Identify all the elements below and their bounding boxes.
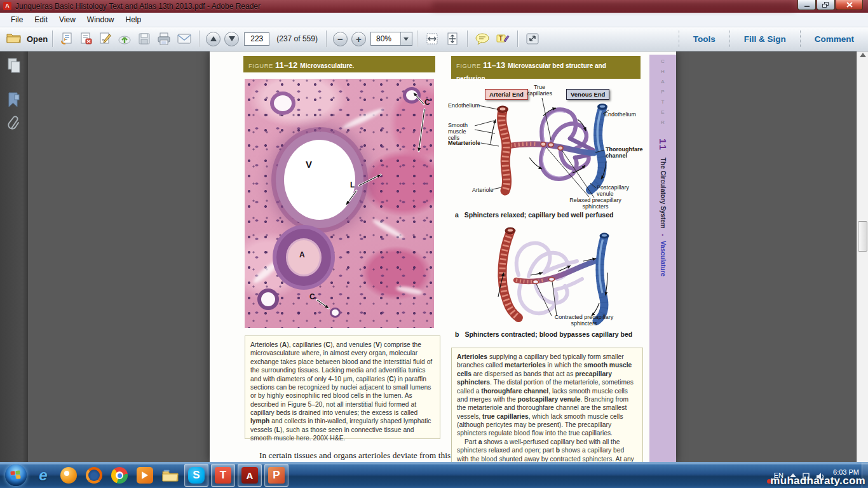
restore-button[interactable] [817, 0, 835, 10]
chapter-subtitle: Vasculature [660, 241, 667, 276]
caption-text: Arterioles (A), capillaries (C), and ven… [250, 341, 435, 443]
page-count-label: (237 of 559) [276, 34, 318, 43]
arteriole-label: Arteriole [472, 187, 494, 193]
internet-explorer-icon[interactable]: e [32, 464, 55, 486]
chapter-number: 11 [658, 139, 668, 151]
menu-help[interactable]: Help [120, 14, 147, 25]
zoom-out-icon[interactable]: − [333, 32, 348, 46]
arterial-end-label: Arterial End [485, 89, 528, 100]
vertical-scrollbar[interactable] [857, 51, 868, 463]
true-capillaries-label: True capillaries [524, 84, 555, 97]
endothelium-left-label: Endothelium [448, 102, 480, 109]
toolbar: Open (237 of 559) − + 80% T Tools Fill &… [0, 27, 868, 51]
fit-page-icon[interactable] [445, 32, 460, 46]
bookmarks-icon[interactable] [6, 92, 22, 112]
fullscreen-icon[interactable] [525, 32, 540, 46]
page-thumbnails-icon[interactable] [6, 57, 22, 76]
fit-width-icon[interactable] [424, 32, 440, 46]
caption-text: Part a shows a well-perfused capillary b… [457, 438, 637, 463]
caption-text: Sphincters contracted; blood bypasses ca… [465, 330, 632, 338]
page-number-input[interactable] [244, 32, 269, 46]
print-icon[interactable] [156, 32, 172, 46]
menu-window[interactable]: Window [81, 14, 120, 25]
thoroughfare-channel-label: Thoroughfare channel [606, 146, 641, 159]
redacted-overlay [432, 2, 794, 10]
attachments-icon[interactable] [6, 114, 22, 135]
figure-11-13-header: FIGURE11–13Microvascular bed structure a… [451, 56, 641, 79]
title-bar: A Junqueiras Basic Histology Text and At… [0, 0, 868, 13]
body-paragraph: In certain tissues and organs arterioles… [259, 451, 451, 461]
venous-end-label: Venous End [566, 89, 609, 100]
skype-icon[interactable]: S [184, 464, 208, 487]
t-app-icon[interactable]: T [211, 464, 235, 487]
comment-bubble-icon[interactable] [475, 32, 490, 45]
figure-11-12-header: FIGURE11–12Microvasculature. [243, 56, 435, 72]
export-pdf-icon[interactable] [79, 32, 93, 46]
powerpoint-icon[interactable]: P [264, 464, 288, 487]
menu-view[interactable]: View [53, 14, 81, 25]
scrollbar-thumb[interactable] [858, 221, 867, 252]
caption-letter: a [455, 211, 459, 219]
chapter-tab: CHAPTER 11 The Circulatory System ▪ Vasc… [649, 55, 676, 463]
smooth-muscle-cells-label: Smooth muscle cells [448, 122, 477, 141]
taskbar: e S T A P EN 6:03 PM muhadharaty.com [0, 462, 868, 488]
diagram-b: Contracted precapillary sphincters [470, 222, 632, 330]
micrograph: V L A C C [245, 79, 434, 328]
open-button[interactable]: Open [6, 32, 48, 46]
close-button[interactable] [836, 0, 863, 10]
email-icon[interactable] [177, 32, 192, 45]
media-player-icon[interactable] [133, 464, 156, 486]
caption-letter: b [455, 330, 459, 338]
figure-11-13-caption: Arterioles supplying a capillary bed typ… [451, 348, 643, 463]
menu-bar: File Edit View Window Help [0, 13, 868, 27]
firefox-icon[interactable] [83, 464, 105, 486]
page-up-icon[interactable] [206, 32, 220, 46]
chevron-down-icon[interactable] [400, 32, 412, 45]
figure-11-12-caption: Arterioles (A), capillaries (C), and ven… [245, 336, 440, 439]
page-down-icon[interactable] [224, 32, 239, 46]
chapter-separator: ▪ [660, 232, 666, 238]
gom-player-icon[interactable] [57, 464, 80, 486]
comment-button[interactable]: Comment [801, 34, 868, 44]
adobe-reader-app-icon: A [3, 2, 11, 10]
micrograph-label-capillary-top: C [424, 98, 430, 107]
figure-number: 11–13 [483, 60, 505, 70]
adobe-reader-icon[interactable]: A [238, 464, 262, 487]
windows-explorer-icon[interactable] [159, 464, 182, 486]
chapter-title: The Circulatory System [660, 158, 667, 229]
micrograph-label-arteriole: A [299, 250, 305, 259]
figure-word: FIGURE [248, 62, 273, 69]
menu-file[interactable]: File [5, 14, 29, 25]
text-highlight-icon[interactable]: T [495, 32, 510, 45]
start-orb[interactable] [5, 464, 27, 486]
save-icon[interactable] [137, 32, 151, 46]
zoom-level-select[interactable]: 80% [370, 32, 412, 46]
scroll-up-icon[interactable] [860, 53, 866, 57]
contracted-sphincters-label: Contracted precapillary sphincters [545, 314, 623, 327]
tools-button[interactable]: Tools [679, 34, 729, 44]
caption-text: Sphincters relaxed; capillary bed well p… [465, 211, 614, 219]
diagram-a-caption: aSphincters relaxed; capillary bed well … [455, 211, 613, 219]
chrome-icon[interactable] [108, 464, 131, 486]
send-file-icon[interactable] [117, 32, 132, 46]
chapter-word: CHAPTER [660, 58, 666, 130]
share-file-icon[interactable] [60, 32, 74, 46]
minimize-button[interactable] [797, 0, 816, 10]
relaxed-sphincters-label: Relaxed precapillary sphincters [564, 197, 627, 210]
metarteriole-label: Metarteriole [448, 140, 480, 146]
open-folder-icon [6, 32, 22, 46]
zoom-in-icon[interactable]: + [351, 32, 366, 46]
document-workspace: FIGURE11–12Microvasculature. [0, 51, 868, 463]
micrograph-label-venule: V [306, 159, 312, 170]
sign-icon[interactable] [98, 32, 112, 46]
menu-edit[interactable]: Edit [29, 14, 53, 25]
watermark: muhadharaty.com [770, 475, 865, 487]
endothelium-right-label: Endothelium [604, 111, 636, 118]
window-title: Junqueiras Basic Histology Text and Atla… [15, 2, 261, 11]
figure-word: FIGURE [456, 62, 481, 69]
figure-number: 11–12 [275, 60, 297, 70]
fill-sign-button[interactable]: Fill & Sign [730, 34, 800, 44]
zoom-value: 80% [371, 34, 400, 43]
micrograph-arrows [245, 79, 434, 328]
diagram-b-caption: bSphincters contracted; blood bypasses c… [455, 330, 632, 338]
